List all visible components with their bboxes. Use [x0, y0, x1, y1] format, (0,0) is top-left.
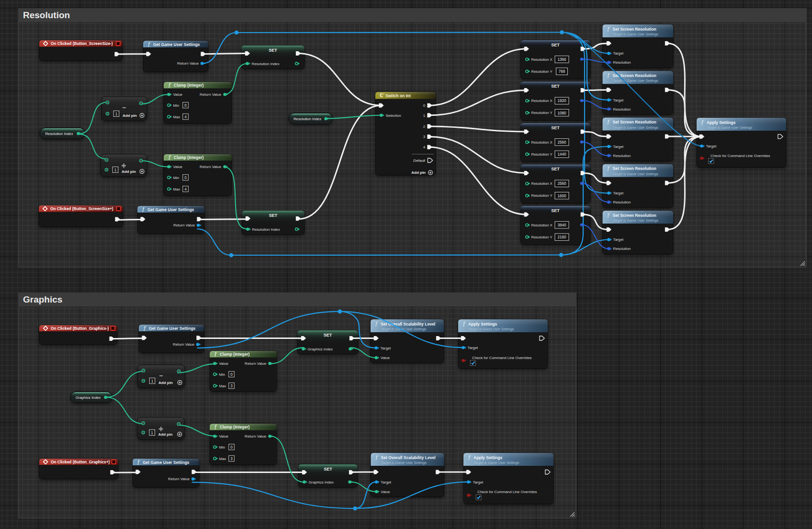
svg-text:SET: SET	[269, 213, 278, 218]
svg-text:Resolution: Resolution	[613, 154, 631, 158]
svg-text:1: 1	[115, 112, 118, 116]
svg-text:ƒ: ƒ	[142, 207, 145, 212]
svg-text:Resolution Y: Resolution Y	[531, 152, 553, 157]
svg-text:Add pin: Add pin	[158, 432, 173, 437]
svg-text:ƒ: ƒ	[607, 73, 610, 78]
svg-text:Target is Game User Settings: Target is Game User Settings	[613, 218, 659, 223]
svg-text:Set Screen Resolution: Set Screen Resolution	[613, 120, 656, 124]
svg-text:ƒ: ƒ	[375, 455, 378, 460]
svg-text:1366: 1366	[557, 57, 566, 62]
svg-text:Default: Default	[413, 158, 426, 163]
svg-text:Value: Value	[381, 490, 390, 494]
svg-text:Check for Command Line Overrid: Check for Command Line Overrides	[472, 356, 531, 360]
svg-text:Max: Max	[173, 115, 180, 119]
svg-text:Clamp (Integer): Clamp (Integer)	[220, 425, 250, 429]
svg-text:Set Screen Resolution: Set Screen Resolution	[613, 27, 656, 32]
svg-text:Set Screen Resolution: Set Screen Resolution	[613, 166, 656, 171]
svg-text:Add pin: Add pin	[122, 169, 136, 174]
svg-text:Target: Target	[381, 480, 392, 484]
svg-text:Clamp (Integer): Clamp (Integer)	[174, 83, 204, 88]
svg-text:Target: Target	[473, 480, 484, 484]
svg-text:0: 0	[230, 445, 233, 450]
svg-text:Return Value: Return Value	[168, 477, 190, 481]
svg-text:Resolution X: Resolution X	[531, 99, 553, 103]
svg-text:Resolution Index: Resolution Index	[293, 117, 321, 121]
svg-text:Graphics: Graphics	[23, 294, 62, 304]
svg-text:0: 0	[423, 103, 426, 108]
svg-text:Min: Min	[173, 103, 180, 108]
svg-text:Add pin: Add pin	[123, 113, 137, 118]
svg-text:Target: Target	[706, 144, 717, 148]
svg-text:Resolution: Resolution	[613, 247, 631, 251]
svg-text:1080: 1080	[557, 111, 566, 115]
svg-text:Max: Max	[219, 457, 226, 461]
svg-text:On Clicked (Button_ScreenSize+: On Clicked (Button_ScreenSize+)	[50, 206, 113, 211]
svg-text:Target: Target	[613, 98, 624, 102]
svg-text:Graphics Index: Graphics Index	[308, 347, 333, 351]
svg-text:0: 0	[184, 103, 187, 108]
svg-text:ƒ: ƒ	[468, 455, 471, 460]
svg-text:ƒ: ƒ	[147, 42, 150, 47]
svg-text:Resolution Y: Resolution Y	[531, 111, 553, 115]
svg-text:Resolution Index: Resolution Index	[252, 227, 280, 232]
svg-text:1: 1	[114, 168, 117, 172]
svg-text:1: 1	[423, 113, 425, 118]
svg-text:Selection: Selection	[386, 113, 401, 118]
svg-text:Get Game User Settings: Get Game User Settings	[147, 207, 194, 212]
svg-text:Return Value: Return Value	[200, 92, 221, 97]
svg-text:On Clicked (Button_Graphics-): On Clicked (Button_Graphics-)	[51, 326, 109, 331]
svg-text:Return Value: Return Value	[200, 165, 221, 169]
svg-text:Target: Target	[613, 145, 624, 149]
svg-text:SET: SET	[551, 84, 560, 89]
svg-text:Resolution: Resolution	[613, 200, 631, 204]
svg-text:Target is Game User Settings: Target is Game User Settings	[468, 327, 514, 331]
svg-text:On Clicked (Button_ScreenSize-: On Clicked (Button_ScreenSize-)	[51, 41, 113, 46]
svg-text:Resolution Y: Resolution Y	[531, 69, 553, 74]
svg-text:1: 1	[151, 379, 154, 383]
svg-text:Resolution: Resolution	[613, 107, 631, 112]
svg-text:4: 4	[184, 187, 187, 191]
svg-text:Set Screen Resolution: Set Screen Resolution	[613, 213, 656, 218]
svg-text:SET: SET	[324, 333, 332, 338]
svg-text:ƒ: ƒ	[168, 82, 171, 88]
svg-text:Add pin: Add pin	[158, 381, 173, 385]
svg-text:Target is Game User Settings: Target is Game User Settings	[474, 461, 519, 465]
svg-text:Value: Value	[173, 92, 182, 97]
svg-text:Apply Settings: Apply Settings	[468, 322, 497, 326]
svg-text:Target is Game User Settings: Target is Game User Settings	[613, 32, 659, 36]
svg-text:Set Overall Scalability Level: Set Overall Scalability Level	[381, 455, 436, 460]
svg-text:Min: Min	[219, 372, 226, 377]
svg-text:768: 768	[559, 69, 565, 74]
svg-text:3840: 3840	[557, 223, 566, 227]
svg-text:Add pin: Add pin	[411, 170, 426, 175]
svg-text:Return Value: Return Value	[173, 223, 195, 227]
svg-text:SET: SET	[269, 48, 277, 53]
svg-text:2160: 2160	[557, 235, 566, 239]
svg-text:ƒ: ƒ	[168, 155, 171, 160]
svg-text:Get Game User Settings: Get Game User Settings	[149, 326, 196, 331]
svg-text:1440: 1440	[557, 152, 566, 157]
svg-text:Return Value: Return Value	[173, 342, 194, 347]
svg-text:1600: 1600	[557, 194, 566, 198]
svg-text:Clamp (Integer): Clamp (Integer)	[220, 352, 250, 357]
svg-text:Target: Target	[613, 237, 624, 242]
svg-text:SET: SET	[551, 167, 560, 171]
svg-text:Clamp (Integer): Clamp (Integer)	[174, 155, 204, 160]
svg-text:Value: Value	[173, 165, 182, 169]
svg-text:Resolution: Resolution	[23, 10, 70, 20]
svg-text:Target: Target	[613, 191, 624, 195]
svg-text:Resolution Y: Resolution Y	[531, 235, 553, 239]
svg-text:Resolution: Resolution	[613, 60, 631, 65]
svg-text:Target is Game User Settings: Target is Game User Settings	[707, 125, 753, 130]
svg-text:3: 3	[423, 135, 425, 139]
svg-text:ƒ: ƒ	[214, 351, 217, 357]
svg-text:Resolution Index: Resolution Index	[45, 132, 73, 136]
svg-text:Get Game User Settings: Get Game User Settings	[143, 460, 190, 465]
svg-text:ƒ: ƒ	[462, 321, 465, 326]
svg-text:0: 0	[184, 176, 187, 180]
svg-text:Return Value: Return Value	[177, 61, 199, 66]
svg-text:Get Game User Settings: Get Game User Settings	[153, 42, 200, 47]
svg-text:Check for Command Line Overrid: Check for Command Line Overrides	[710, 154, 770, 158]
svg-text:Resolution X: Resolution X	[531, 223, 553, 227]
svg-text:Graphics Index: Graphics Index	[76, 395, 101, 400]
